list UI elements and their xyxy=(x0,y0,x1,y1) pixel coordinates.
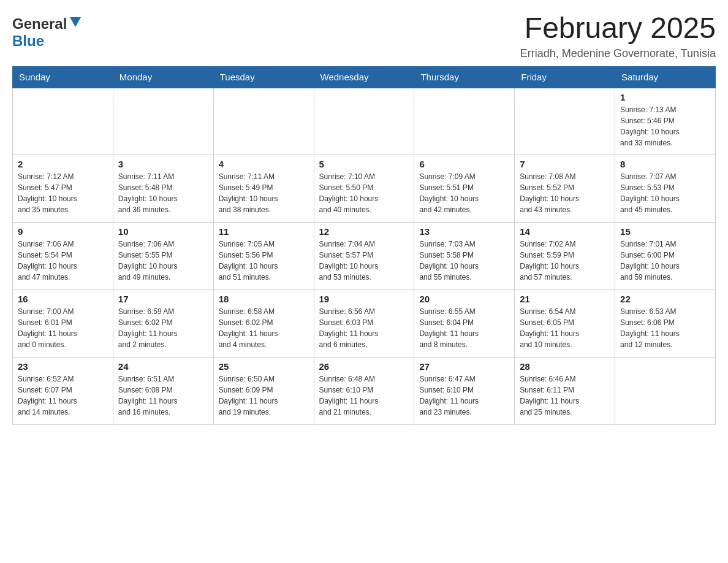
day-number: 6 xyxy=(419,159,509,169)
calendar-title: February 2025 xyxy=(520,12,716,45)
day-info: Sunrise: 6:53 AM Sunset: 6:06 PM Dayligh… xyxy=(620,306,710,350)
calendar-cell: 26Sunrise: 6:48 AM Sunset: 6:10 PM Dayli… xyxy=(314,358,414,425)
day-info: Sunrise: 6:56 AM Sunset: 6:03 PM Dayligh… xyxy=(319,306,409,350)
calendar-cell: 28Sunrise: 6:46 AM Sunset: 6:11 PM Dayli… xyxy=(515,358,615,425)
day-number: 10 xyxy=(118,226,208,237)
day-number: 16 xyxy=(18,294,108,304)
week-row-0: 1Sunrise: 7:13 AM Sunset: 5:46 PM Daylig… xyxy=(13,88,716,155)
calendar-cell: 27Sunrise: 6:47 AM Sunset: 6:10 PM Dayli… xyxy=(414,358,515,425)
header: General Blue February 2025 Erriadh, Mede… xyxy=(12,12,716,60)
day-info: Sunrise: 6:52 AM Sunset: 6:07 PM Dayligh… xyxy=(18,373,108,418)
day-number: 18 xyxy=(219,294,309,304)
calendar-cell xyxy=(414,88,515,155)
calendar-cell: 9Sunrise: 7:06 AM Sunset: 5:54 PM Daylig… xyxy=(13,223,113,290)
day-info: Sunrise: 7:00 AM Sunset: 6:01 PM Dayligh… xyxy=(18,306,108,350)
day-number: 2 xyxy=(18,159,108,169)
calendar-cell: 21Sunrise: 6:54 AM Sunset: 6:05 PM Dayli… xyxy=(515,290,615,358)
calendar-cell xyxy=(515,88,615,155)
day-number: 11 xyxy=(219,226,309,237)
day-number: 12 xyxy=(319,226,409,237)
week-row-1: 2Sunrise: 7:12 AM Sunset: 5:47 PM Daylig… xyxy=(13,155,716,223)
day-number: 20 xyxy=(419,294,509,304)
calendar-table: SundayMondayTuesdayWednesdayThursdayFrid… xyxy=(12,66,716,426)
day-number: 7 xyxy=(520,159,610,169)
calendar-cell: 2Sunrise: 7:12 AM Sunset: 5:47 PM Daylig… xyxy=(13,155,113,223)
calendar-cell: 13Sunrise: 7:03 AM Sunset: 5:58 PM Dayli… xyxy=(414,223,515,290)
svg-marker-0 xyxy=(70,17,81,27)
day-number: 23 xyxy=(18,361,108,372)
calendar-cell: 14Sunrise: 7:02 AM Sunset: 5:59 PM Dayli… xyxy=(515,223,615,290)
weekday-header-tuesday: Tuesday xyxy=(213,66,314,88)
day-info: Sunrise: 6:58 AM Sunset: 6:02 PM Dayligh… xyxy=(219,306,309,350)
day-info: Sunrise: 7:09 AM Sunset: 5:51 PM Dayligh… xyxy=(419,171,509,215)
calendar-cell: 19Sunrise: 6:56 AM Sunset: 6:03 PM Dayli… xyxy=(314,290,414,358)
calendar-cell: 16Sunrise: 7:00 AM Sunset: 6:01 PM Dayli… xyxy=(13,290,113,358)
day-info: Sunrise: 7:12 AM Sunset: 5:47 PM Dayligh… xyxy=(18,171,108,215)
day-number: 15 xyxy=(620,226,710,237)
calendar-cell: 23Sunrise: 6:52 AM Sunset: 6:07 PM Dayli… xyxy=(13,358,113,425)
title-area: February 2025 Erriadh, Medenine Governor… xyxy=(520,12,716,60)
calendar-cell: 24Sunrise: 6:51 AM Sunset: 6:08 PM Dayli… xyxy=(113,358,213,425)
day-info: Sunrise: 6:48 AM Sunset: 6:10 PM Dayligh… xyxy=(319,373,409,418)
day-info: Sunrise: 7:11 AM Sunset: 5:49 PM Dayligh… xyxy=(219,171,309,215)
calendar-cell: 17Sunrise: 6:59 AM Sunset: 6:02 PM Dayli… xyxy=(113,290,213,358)
calendar-cell xyxy=(113,88,213,155)
calendar-cell xyxy=(13,88,113,155)
day-number: 21 xyxy=(520,294,610,304)
day-number: 22 xyxy=(620,294,710,304)
calendar-cell: 11Sunrise: 7:05 AM Sunset: 5:56 PM Dayli… xyxy=(213,223,314,290)
day-number: 3 xyxy=(118,159,208,169)
weekday-header-row: SundayMondayTuesdayWednesdayThursdayFrid… xyxy=(13,66,716,88)
calendar-cell: 7Sunrise: 7:08 AM Sunset: 5:52 PM Daylig… xyxy=(515,155,615,223)
day-number: 17 xyxy=(118,294,208,304)
weekday-header-wednesday: Wednesday xyxy=(314,66,414,88)
calendar-cell xyxy=(615,358,716,425)
week-row-4: 23Sunrise: 6:52 AM Sunset: 6:07 PM Dayli… xyxy=(13,358,716,425)
weekday-header-thursday: Thursday xyxy=(414,66,515,88)
day-info: Sunrise: 6:51 AM Sunset: 6:08 PM Dayligh… xyxy=(118,373,208,418)
weekday-header-sunday: Sunday xyxy=(13,66,113,88)
weekday-header-saturday: Saturday xyxy=(615,66,716,88)
calendar-subtitle: Erriadh, Medenine Governorate, Tunisia xyxy=(520,47,716,60)
day-info: Sunrise: 6:55 AM Sunset: 6:04 PM Dayligh… xyxy=(419,306,509,350)
day-info: Sunrise: 7:05 AM Sunset: 5:56 PM Dayligh… xyxy=(219,239,309,283)
weekday-header-friday: Friday xyxy=(515,66,615,88)
calendar-cell: 25Sunrise: 6:50 AM Sunset: 6:09 PM Dayli… xyxy=(213,358,314,425)
day-info: Sunrise: 7:10 AM Sunset: 5:50 PM Dayligh… xyxy=(319,171,409,215)
day-info: Sunrise: 7:13 AM Sunset: 5:46 PM Dayligh… xyxy=(620,104,710,148)
calendar-cell: 6Sunrise: 7:09 AM Sunset: 5:51 PM Daylig… xyxy=(414,155,515,223)
weekday-header-monday: Monday xyxy=(113,66,213,88)
calendar-cell: 1Sunrise: 7:13 AM Sunset: 5:46 PM Daylig… xyxy=(615,88,716,155)
day-info: Sunrise: 6:46 AM Sunset: 6:11 PM Dayligh… xyxy=(520,373,610,418)
calendar-cell: 4Sunrise: 7:11 AM Sunset: 5:49 PM Daylig… xyxy=(213,155,314,223)
day-info: Sunrise: 6:59 AM Sunset: 6:02 PM Dayligh… xyxy=(118,306,208,350)
day-info: Sunrise: 7:04 AM Sunset: 5:57 PM Dayligh… xyxy=(319,239,409,283)
day-info: Sunrise: 7:11 AM Sunset: 5:48 PM Dayligh… xyxy=(118,171,208,215)
day-number: 4 xyxy=(219,159,309,169)
day-number: 13 xyxy=(419,226,509,237)
day-info: Sunrise: 6:50 AM Sunset: 6:09 PM Dayligh… xyxy=(219,373,309,418)
calendar-cell xyxy=(314,88,414,155)
calendar-cell: 12Sunrise: 7:04 AM Sunset: 5:57 PM Dayli… xyxy=(314,223,414,290)
calendar-cell: 15Sunrise: 7:01 AM Sunset: 6:00 PM Dayli… xyxy=(615,223,716,290)
day-number: 8 xyxy=(620,159,710,169)
day-info: Sunrise: 7:02 AM Sunset: 5:59 PM Dayligh… xyxy=(520,239,610,283)
week-row-3: 16Sunrise: 7:00 AM Sunset: 6:01 PM Dayli… xyxy=(13,290,716,358)
logo: General Blue xyxy=(12,12,82,50)
day-info: Sunrise: 7:06 AM Sunset: 5:54 PM Dayligh… xyxy=(18,239,108,283)
day-number: 28 xyxy=(520,361,610,372)
day-number: 24 xyxy=(118,361,208,372)
calendar-cell xyxy=(213,88,314,155)
logo-general-text: General xyxy=(12,15,67,33)
calendar-cell: 5Sunrise: 7:10 AM Sunset: 5:50 PM Daylig… xyxy=(314,155,414,223)
day-info: Sunrise: 6:54 AM Sunset: 6:05 PM Dayligh… xyxy=(520,306,610,350)
week-row-2: 9Sunrise: 7:06 AM Sunset: 5:54 PM Daylig… xyxy=(13,223,716,290)
calendar-cell: 8Sunrise: 7:07 AM Sunset: 5:53 PM Daylig… xyxy=(615,155,716,223)
logo-arrow-icon xyxy=(69,15,82,31)
day-info: Sunrise: 6:47 AM Sunset: 6:10 PM Dayligh… xyxy=(419,373,509,418)
day-info: Sunrise: 7:03 AM Sunset: 5:58 PM Dayligh… xyxy=(419,239,509,283)
day-info: Sunrise: 7:07 AM Sunset: 5:53 PM Dayligh… xyxy=(620,171,710,215)
day-number: 25 xyxy=(219,361,309,372)
day-info: Sunrise: 7:06 AM Sunset: 5:55 PM Dayligh… xyxy=(118,239,208,283)
day-number: 1 xyxy=(620,92,710,102)
